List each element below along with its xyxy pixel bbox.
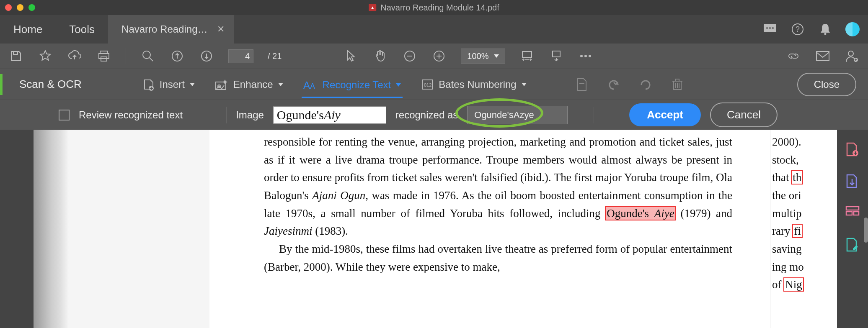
recognize-text-button[interactable]: AA Recognize Text bbox=[302, 77, 403, 98]
ocr-image-snippet: Ogunde's Aiy bbox=[273, 106, 386, 124]
chevron-down-icon bbox=[190, 83, 195, 86]
insert-button[interactable]: Insert bbox=[140, 76, 196, 93]
redo-icon[interactable] bbox=[638, 77, 653, 92]
new-page-icon[interactable] bbox=[574, 77, 589, 92]
review-checkbox-label: Review recognized text bbox=[79, 109, 183, 121]
tab-document[interactable]: Navarro Reading… ✕ bbox=[108, 15, 233, 44]
tab-document-label: Navarro Reading… bbox=[121, 23, 207, 35]
ocr-review-bar: Review recognized text Image Ogunde's Ai… bbox=[0, 100, 868, 130]
zoom-out-icon[interactable] bbox=[402, 49, 417, 64]
document-viewport: responsible for renting the venue, arran… bbox=[0, 130, 868, 328]
ocr-suspect-box[interactable]: th bbox=[792, 171, 802, 184]
right-tool-rail bbox=[837, 130, 868, 328]
page-total: / 21 bbox=[268, 51, 282, 61]
window-title-area: ▲ Navarro Reading Module 14.pdf bbox=[369, 3, 499, 13]
ocr-suspect-highlight[interactable]: Ogunde's Aiye bbox=[606, 207, 675, 220]
svg-text:?: ? bbox=[796, 25, 800, 33]
scrollbar-thumb[interactable] bbox=[864, 218, 868, 243]
svg-point-22 bbox=[580, 55, 583, 57]
svg-point-6 bbox=[824, 33, 827, 35]
hand-tool-icon[interactable] bbox=[373, 49, 388, 64]
tabbar-right-icons: ? bbox=[762, 15, 868, 44]
email-icon[interactable] bbox=[815, 49, 830, 64]
bates-numbering-button[interactable]: 012 Bates Numbering bbox=[419, 76, 528, 93]
svg-rect-9 bbox=[99, 54, 109, 59]
prev-page-icon[interactable] bbox=[170, 49, 185, 64]
link-icon[interactable] bbox=[786, 49, 801, 64]
next-page-icon[interactable] bbox=[199, 49, 214, 64]
divider bbox=[226, 107, 227, 123]
page-text-right-column: 2000). stock, that th the ori multip rar… bbox=[770, 130, 837, 328]
tool-accent bbox=[0, 74, 3, 95]
zoom-select[interactable]: 100% bbox=[461, 49, 505, 64]
bell-icon[interactable] bbox=[818, 22, 833, 37]
minimize-window-button[interactable] bbox=[17, 4, 23, 11]
save-icon[interactable] bbox=[8, 49, 23, 64]
ocr-suspect-box[interactable]: Nig bbox=[784, 278, 803, 291]
window-controls bbox=[5, 4, 35, 11]
titlebar: ▲ Navarro Reading Module 14.pdf bbox=[0, 0, 868, 15]
svg-point-11 bbox=[143, 51, 150, 59]
svg-point-24 bbox=[589, 55, 591, 57]
edit-pdf-icon[interactable] bbox=[845, 238, 860, 252]
fit-width-icon[interactable] bbox=[519, 49, 535, 64]
scroll-mode-icon[interactable] bbox=[549, 49, 564, 64]
accept-button[interactable]: Accept bbox=[629, 103, 701, 126]
search-icon[interactable] bbox=[140, 49, 155, 64]
enhance-button[interactable]: Enhance bbox=[213, 76, 285, 93]
svg-rect-7 bbox=[13, 51, 18, 54]
pdf-icon: ▲ bbox=[369, 4, 376, 11]
add-user-icon[interactable] bbox=[845, 49, 860, 64]
avatar[interactable] bbox=[845, 22, 860, 36]
chevron-down-icon bbox=[278, 83, 283, 86]
svg-point-1 bbox=[766, 27, 768, 29]
page-number-input[interactable] bbox=[228, 49, 253, 63]
organize-pages-icon[interactable] bbox=[845, 206, 860, 220]
ocr-suspect-box[interactable]: fi bbox=[793, 225, 802, 237]
divider bbox=[594, 107, 594, 123]
chevron-down-icon bbox=[494, 54, 499, 58]
recognized-as-label: recognized as bbox=[395, 109, 458, 121]
svg-point-2 bbox=[769, 27, 771, 29]
zoom-value: 100% bbox=[467, 51, 488, 61]
page-text[interactable]: responsible for renting the venue, arran… bbox=[209, 130, 770, 328]
selection-tool-icon[interactable] bbox=[344, 49, 359, 64]
svg-text:012: 012 bbox=[424, 82, 431, 87]
maximize-window-button[interactable] bbox=[28, 4, 35, 11]
comment-icon[interactable] bbox=[762, 22, 778, 37]
divider bbox=[126, 48, 126, 64]
close-window-button[interactable] bbox=[5, 4, 12, 11]
cancel-button[interactable]: Cancel bbox=[710, 102, 778, 127]
svg-rect-21 bbox=[553, 51, 560, 57]
star-icon[interactable] bbox=[38, 49, 53, 64]
chevron-down-icon bbox=[522, 83, 527, 86]
trash-icon[interactable] bbox=[670, 77, 685, 92]
export-pdf-icon[interactable] bbox=[845, 174, 860, 188]
review-checkbox[interactable] bbox=[59, 110, 70, 120]
cloud-upload-icon[interactable] bbox=[67, 49, 82, 64]
svg-line-12 bbox=[150, 58, 153, 61]
tab-tools[interactable]: Tools bbox=[56, 15, 108, 44]
chevron-down-icon bbox=[396, 83, 401, 87]
ocr-toolbar: Scan & OCR Insert Enhance AA Recognize T… bbox=[0, 69, 868, 100]
svg-text:A: A bbox=[310, 82, 315, 90]
recognized-text-input[interactable] bbox=[467, 106, 568, 124]
undo-icon[interactable] bbox=[606, 77, 621, 92]
svg-rect-20 bbox=[522, 51, 532, 57]
svg-rect-42 bbox=[676, 79, 679, 81]
svg-rect-51 bbox=[854, 212, 859, 215]
close-tool-button[interactable]: Close bbox=[797, 73, 856, 96]
print-icon[interactable] bbox=[96, 49, 111, 64]
close-tab-button[interactable]: ✕ bbox=[217, 24, 225, 35]
help-icon[interactable]: ? bbox=[790, 22, 805, 37]
ocr-tool-title: Scan & OCR bbox=[12, 78, 82, 91]
create-pdf-icon[interactable] bbox=[845, 142, 860, 156]
zoom-in-icon[interactable] bbox=[431, 49, 447, 64]
svg-point-23 bbox=[584, 55, 587, 57]
svg-point-3 bbox=[772, 27, 774, 29]
svg-text:A: A bbox=[303, 79, 310, 90]
main-toolbar: / 21 100% bbox=[0, 44, 868, 69]
tab-home[interactable]: Home bbox=[0, 15, 56, 44]
svg-rect-50 bbox=[846, 212, 852, 215]
more-icon[interactable] bbox=[578, 49, 593, 64]
